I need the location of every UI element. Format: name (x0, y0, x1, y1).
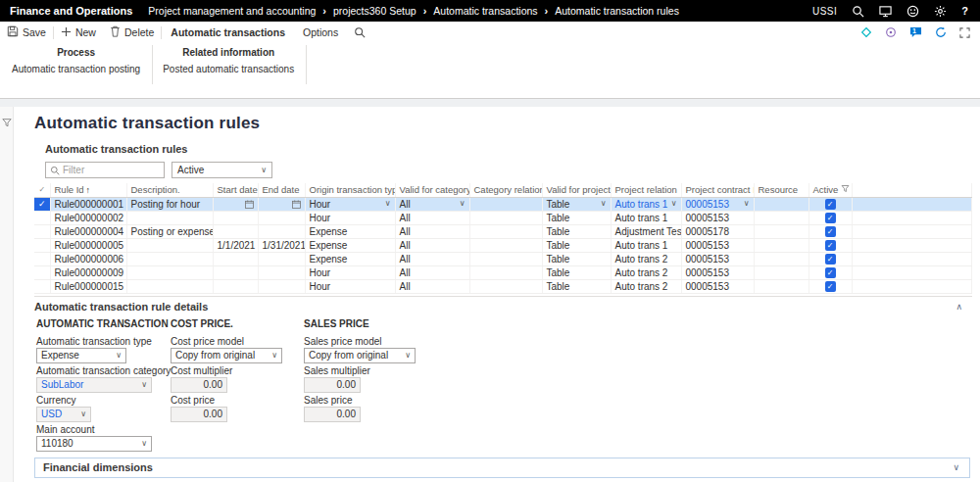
grid-cell[interactable]: 00005153 (681, 265, 754, 279)
grid-cell[interactable]: 00005153 (681, 252, 754, 265)
dropdown-field[interactable]: Copy from original∨ (304, 348, 416, 363)
grid-cell[interactable]: Expense (305, 224, 395, 238)
active-checkbox[interactable]: ✓ (825, 281, 836, 292)
grid-cell[interactable]: 1/1/2021 (213, 238, 258, 252)
app-name[interactable]: Finance and Operations (0, 5, 148, 17)
column-header[interactable]: Origin transaction type (305, 183, 395, 197)
settings-gear-icon[interactable] (934, 5, 947, 18)
grid-cell[interactable]: Rule000000005 (50, 238, 126, 252)
expand-icon[interactable] (959, 27, 970, 38)
input-field[interactable]: 0.00 (304, 377, 361, 393)
grid-cell[interactable]: 1/31/2021 (258, 238, 305, 252)
grid-cell[interactable] (754, 238, 808, 252)
chevron-down-icon[interactable]: ∨ (601, 199, 607, 208)
grid-cell[interactable]: Posting for hour (126, 197, 213, 211)
grid-cell[interactable]: Expense (305, 252, 395, 265)
action-pane-link[interactable]: Posted automatic transactions (163, 63, 294, 75)
chevron-down-icon[interactable]: ∨ (671, 199, 677, 208)
column-header[interactable]: Valid for category (395, 183, 469, 197)
feedback-smiley-icon[interactable] (906, 5, 919, 18)
grid-cell[interactable] (469, 238, 542, 252)
grid-cell[interactable]: All (395, 279, 469, 293)
grid-cell[interactable] (213, 211, 258, 224)
status-filter-select[interactable]: Active ∨ (172, 162, 272, 178)
grid-cell[interactable] (126, 252, 213, 265)
grid-cell[interactable]: Auto trans 1 (611, 211, 681, 224)
calendar-icon[interactable] (245, 198, 254, 211)
financial-dimensions-header[interactable]: Financial dimensions ∨ (34, 458, 970, 478)
grid-cell[interactable]: ∨00005153 (681, 197, 754, 211)
column-header[interactable]: Description. (126, 183, 213, 197)
grid-cell[interactable] (126, 211, 213, 224)
grid-cell[interactable] (258, 224, 305, 238)
chevron-up-icon[interactable]: ∧ (956, 302, 972, 312)
grid-cell[interactable]: Auto trans 2 (611, 265, 681, 279)
row-selector[interactable] (34, 211, 50, 224)
details-section-header[interactable]: Automatic transaction rule details ∧ (34, 296, 972, 316)
grid-cell[interactable] (258, 197, 305, 211)
grid-cell[interactable]: Hour (305, 279, 395, 293)
grid-cell[interactable]: Hour (305, 211, 395, 224)
grid-cell[interactable]: 00005153 (681, 238, 754, 252)
grid-cell[interactable] (213, 265, 258, 279)
grid-cell[interactable]: Rule000000009 (50, 265, 126, 279)
new-button[interactable]: New (54, 22, 103, 43)
grid-cell[interactable] (754, 265, 808, 279)
search-icon[interactable] (852, 5, 864, 18)
refresh-icon[interactable] (935, 26, 947, 38)
row-selector[interactable] (34, 224, 50, 238)
grid-cell[interactable]: Posting or expense (126, 224, 213, 238)
column-header[interactable]: Valid for project (542, 183, 611, 197)
chevron-down-icon[interactable]: ∨ (460, 199, 466, 208)
grid-cell[interactable]: Adjustment Testing (611, 224, 681, 238)
grid-cell[interactable]: All (395, 265, 469, 279)
row-selector[interactable] (34, 252, 50, 265)
grid-cell[interactable] (258, 252, 305, 265)
save-button[interactable]: Save (0, 22, 53, 43)
grid-cell[interactable] (258, 279, 305, 293)
grid-cell[interactable] (126, 238, 213, 252)
table-row[interactable]: Rule000000009HourAllTableAuto trans 2000… (34, 265, 972, 279)
grid-cell[interactable] (754, 197, 808, 211)
grid-cell[interactable]: All (395, 211, 469, 224)
grid-cell[interactable]: Hour (305, 265, 395, 279)
grid-cell[interactable]: Auto trans 2 (611, 252, 681, 265)
column-header[interactable]: Rule Id↑ (50, 183, 126, 197)
input-field[interactable]: 0.00 (171, 407, 227, 422)
column-header[interactable]: Active (808, 183, 852, 197)
grid-cell[interactable] (258, 211, 305, 224)
breadcrumb-item[interactable]: Automatic transactions (433, 5, 537, 17)
tab-options[interactable]: Options (294, 22, 347, 43)
grid-filter-input[interactable] (63, 165, 160, 175)
grid-cell[interactable] (754, 279, 808, 293)
grid-cell[interactable] (126, 265, 213, 279)
column-filter-icon[interactable] (841, 184, 850, 195)
grid-cell[interactable]: All (395, 224, 469, 238)
table-row[interactable]: Rule000000015HourAllTableAuto trans 2000… (34, 279, 972, 293)
column-header[interactable]: Category relation (469, 183, 542, 197)
grid-cell[interactable] (469, 279, 542, 293)
table-row[interactable]: Rule000000006ExpenseAllTableAuto trans 2… (34, 252, 972, 265)
grid-cell[interactable] (469, 211, 542, 224)
grid-cell[interactable]: Auto trans 1 (611, 238, 681, 252)
grid-cell[interactable] (469, 252, 542, 265)
grid-cell[interactable]: All (395, 252, 469, 265)
grid-cell[interactable]: Table (542, 265, 611, 279)
active-checkbox[interactable]: ✓ (825, 213, 836, 223)
row-selector[interactable] (34, 238, 50, 252)
grid-cell[interactable]: Table (542, 252, 611, 265)
column-header[interactable]: Start date (213, 183, 258, 197)
grid-cell[interactable] (258, 265, 305, 279)
grid-cell[interactable]: Expense (305, 238, 395, 252)
diamond-icon[interactable] (860, 26, 872, 38)
grid-cell[interactable]: Rule000000015 (50, 279, 126, 293)
active-checkbox[interactable]: ✓ (825, 226, 836, 237)
active-checkbox[interactable]: ✓ (825, 254, 836, 265)
row-selector[interactable] (34, 279, 50, 293)
grid-cell[interactable] (213, 279, 258, 293)
grid-cell[interactable]: Table (542, 238, 611, 252)
grid-cell[interactable]: Rule000000006 (50, 252, 126, 265)
grid-cell[interactable] (754, 211, 808, 224)
active-checkbox[interactable]: ✓ (825, 267, 836, 278)
input-field[interactable]: 0.00 (171, 377, 227, 393)
